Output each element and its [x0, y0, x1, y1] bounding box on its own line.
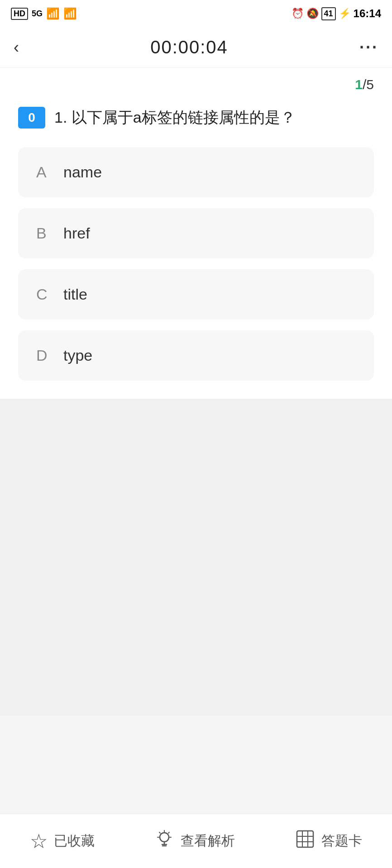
top-nav: ‹ 00:00:04 ··· — [0, 27, 392, 68]
option-a[interactable]: A name — [18, 147, 374, 197]
hd-badge: HD — [11, 8, 28, 20]
option-b[interactable]: B href — [18, 208, 374, 258]
progress-text: 1/5 — [355, 77, 374, 92]
charging-icon: ⚡ — [339, 8, 351, 19]
option-b-text: href — [63, 224, 90, 242]
question-body: 以下属于a标签的链接属性的是？ — [72, 109, 296, 126]
main-content: 1/5 0 1. 以下属于a标签的链接属性的是？ A name B href C… — [0, 68, 392, 814]
empty-area — [0, 399, 392, 715]
status-right: ⏰ 🔕 41 ⚡ 16:14 — [292, 7, 381, 20]
analysis-label: 查看解析 — [181, 832, 235, 850]
question-number: 1. — [54, 109, 67, 126]
battery-icon: 41 — [321, 7, 336, 20]
progress-bar: 1/5 — [0, 68, 392, 97]
option-a-letter: A — [36, 163, 50, 181]
favorite-button[interactable]: ☆ 已收藏 — [30, 830, 95, 853]
svg-line-6 — [168, 832, 169, 833]
option-c-letter: C — [36, 286, 50, 303]
option-d-letter: D — [36, 347, 50, 364]
question-text: 1. 以下属于a标签的链接属性的是？ — [54, 106, 296, 129]
question-area: 0 1. 以下属于a标签的链接属性的是？ A name B href C tit… — [0, 97, 392, 399]
bottom-bar: ☆ 已收藏 查看解析 — [0, 814, 392, 868]
option-d[interactable]: D type — [18, 330, 374, 381]
progress-total: 5 — [366, 77, 374, 92]
svg-point-0 — [160, 833, 169, 842]
option-d-text: type — [63, 347, 92, 364]
status-time: 16:14 — [354, 7, 381, 20]
svg-line-5 — [159, 832, 160, 833]
answer-card-button[interactable]: 答题卡 — [295, 829, 362, 854]
more-button[interactable]: ··· — [359, 38, 378, 57]
signal-bars-icon: 📶 — [46, 7, 60, 20]
score-badge: 0 — [18, 107, 45, 129]
status-left: HD 5G 📶 📶 — [11, 7, 77, 20]
status-bar: HD 5G 📶 📶 ⏰ 🔕 41 ⚡ 16:14 — [0, 0, 392, 27]
question-header: 0 1. 以下属于a标签的链接属性的是？ — [18, 106, 374, 129]
back-button[interactable]: ‹ — [14, 38, 19, 57]
favorite-icon: ☆ — [30, 830, 48, 853]
mute-icon: 🔕 — [306, 8, 319, 19]
favorite-label: 已收藏 — [54, 832, 95, 850]
analysis-icon — [154, 829, 174, 853]
option-a-text: name — [63, 163, 102, 181]
answer-card-label: 答题卡 — [321, 832, 362, 850]
wifi-icon: 📶 — [63, 7, 77, 20]
options-list: A name B href C title D type — [18, 147, 374, 381]
analysis-button[interactable]: 查看解析 — [154, 829, 235, 853]
timer-display: 00:00:04 — [150, 37, 228, 57]
progress-current: 1 — [355, 77, 363, 92]
option-c[interactable]: C title — [18, 269, 374, 320]
signal-5g: 5G — [32, 9, 43, 19]
svg-rect-9 — [297, 831, 313, 847]
option-b-letter: B — [36, 224, 50, 242]
alarm-icon: ⏰ — [292, 8, 304, 19]
answer-card-icon — [295, 829, 315, 854]
option-c-text: title — [63, 286, 87, 303]
